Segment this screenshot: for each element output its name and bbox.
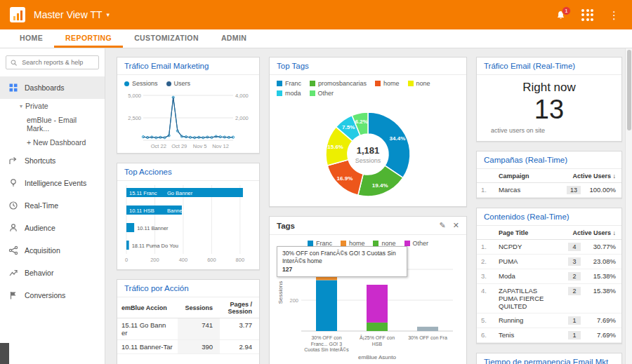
card-tags: Tags ✎ ✕ FranchomenoneOther 30% OFF con … (269, 216, 467, 364)
svg-text:2,500: 2,500 (128, 115, 141, 121)
legend-label: promosbancarias (318, 80, 367, 87)
svg-text:Nov 5: Nov 5 (193, 143, 207, 149)
notifications-button[interactable]: 1 (555, 10, 566, 20)
column-header-pages-session[interactable]: Pages / Session (220, 297, 259, 318)
legend-chip-icon (277, 81, 282, 86)
dashboard-content: Tráfico Email Marketing SessionsUsers 5,… (105, 48, 632, 364)
sidebar-item-label: + New Dashboard (27, 138, 86, 147)
search-box[interactable] (6, 55, 99, 69)
account-view-selector[interactable]: Master View TT ▾ (34, 9, 110, 20)
card-title-text: Contenidos (Real-Time) (484, 213, 570, 221)
top-acciones-bar-chart[interactable]: 020040060080015.11 FrancGo Banner10.11 H… (124, 182, 253, 267)
sidebar-item-label: Dashboards (25, 83, 65, 92)
sidebar-item-behavior[interactable]: Behavior (0, 262, 105, 284)
legend-item: Sessions (124, 80, 158, 87)
conversions-icon (8, 290, 18, 300)
svg-text:Â¡25% OFF con: Â¡25% OFF con (360, 335, 395, 340)
sidebar-item-private[interactable]: ▾ Private (0, 99, 105, 113)
svg-text:Cuotas Sin InterÃ©s: Cuotas Sin InterÃ©s (304, 346, 349, 352)
sidebar-item-emblue-dashboard[interactable]: emBlue - Email Mark... (0, 113, 105, 135)
svg-text:10.11 Banner: 10.11 Banner (137, 225, 169, 231)
acquisition-icon (8, 245, 18, 255)
apps-grid-icon[interactable] (581, 9, 593, 21)
table-row: 2. PUMA 3 23.08% (477, 254, 621, 269)
card-title: Tráfico Email (Real-Time) (477, 58, 621, 75)
primary-nav: HOME REPORTING CUSTOMIZATION ADMIN (0, 29, 632, 48)
sidebar-item-intelligence-events[interactable]: Intelligence Events (0, 172, 105, 194)
realtime-icon (8, 201, 18, 210)
accion-cell: 15.11 Go Bann er (117, 318, 178, 340)
card-trafico-por-accion: Tráfico por Acción emBlue Accion Session… (117, 279, 260, 364)
acciones-table: emBlue Accion Sessions Pages / Session 1… (117, 297, 259, 354)
legend-label: none (416, 80, 430, 87)
svg-text:Sessions: Sessions (355, 157, 381, 164)
svg-text:7.5%: 7.5% (342, 124, 355, 130)
pages-cell: 3.77 (220, 318, 259, 340)
bottom-left-dark-tab[interactable] (0, 343, 9, 364)
column-header-active-users[interactable]: Active Users ↓ (560, 226, 621, 240)
active-users-badge: 2 (568, 287, 581, 295)
legend-item: Users (166, 80, 191, 87)
legend-chip-icon (408, 81, 414, 86)
legend-label: Sessions (132, 80, 158, 87)
legend-item: moda (277, 90, 301, 97)
sidebar-item-dashboards[interactable]: Dashboards (0, 76, 105, 99)
legend-chip-icon (277, 90, 282, 96)
scrollbar-thumb[interactable] (627, 50, 631, 130)
svg-text:30% OFF con Fra: 30% OFF con Fra (408, 335, 447, 340)
svg-text:800: 800 (236, 257, 245, 263)
top-tags-donut-chart[interactable]: 34.4%19.4%16.9%15.6%7.5%6.2%1,181Session… (276, 100, 460, 203)
card-title-text: Top Tags (277, 62, 309, 70)
tab-reporting[interactable]: REPORTING (54, 29, 123, 48)
edit-widget-icon[interactable]: ✎ (440, 221, 446, 230)
column-header-campaign[interactable]: Campaign (494, 169, 560, 183)
active-users-badge: 13 (567, 186, 581, 194)
active-users-badge: 1 (568, 331, 581, 339)
tab-customization[interactable]: CUSTOMIZATION (123, 29, 210, 48)
row-index: 5. (477, 313, 494, 328)
tooltip-text: 30% OFF con FrancÃ©s GO! 3 Cuotas Sin In… (282, 250, 396, 264)
column-header-sessions[interactable]: Sessions (178, 297, 220, 318)
column-header-page-title[interactable]: Page Title (494, 226, 560, 240)
sidebar-item-real-time[interactable]: Real-Time (0, 194, 105, 217)
svg-text:4,000: 4,000 (235, 93, 249, 99)
sidebar-item-audience[interactable]: Audience (0, 217, 105, 239)
sidebar-item-conversions[interactable]: Conversions (0, 284, 105, 306)
sessions-line-chart[interactable]: 5,0002,5004,0002,000Oct 22Oct 29Nov 5Nov… (124, 90, 253, 150)
legend-chip-icon (373, 241, 378, 246)
tab-home[interactable]: HOME (8, 29, 54, 48)
campanas-table: Campaign Active Users ↓ 1. Marcas (477, 169, 621, 198)
percent-cell: 30.77% (582, 239, 621, 254)
chart-tooltip: 30% OFF con FrancÃ©s GO! 3 Cuotas Sin In… (277, 246, 407, 277)
table-row: 5. Running 1 7.69% (477, 313, 621, 328)
sessions-cell: 390 (178, 340, 220, 354)
svg-text:Sessions: Sessions (277, 281, 284, 304)
google-analytics-logo[interactable] (10, 7, 25, 22)
column-header-active-users[interactable]: Active Users ↓ (560, 169, 621, 183)
active-users-count: 13 (477, 96, 621, 124)
legend-label: Franc (285, 80, 301, 87)
table-row: 10.11 Banner-Tar 390 2.94 (117, 340, 259, 354)
tab-admin[interactable]: ADMIN (210, 29, 258, 48)
sidebar-item-label: Real-Time (25, 201, 58, 210)
close-widget-icon[interactable]: ✕ (453, 221, 459, 230)
card-title: Top Acciones (117, 163, 259, 181)
legend-item: Other (404, 240, 429, 247)
sidebar-item-shortcuts[interactable]: Shortcuts (0, 149, 105, 172)
search-input[interactable] (20, 58, 94, 67)
column-header-accion[interactable]: emBlue Accion (117, 297, 178, 318)
percent-cell: 15.38% (582, 269, 621, 283)
card-tiempo-permanencia: Tiempo de permanencia Email Mkt 00:02:56 (476, 353, 622, 364)
card-title-text: Tags (277, 222, 295, 230)
legend-chip-icon (166, 81, 171, 86)
card-trafico-email-marketing: Tráfico Email Marketing SessionsUsers 5,… (117, 57, 260, 154)
notification-badge: 1 (562, 6, 571, 15)
sidebar-item-acquisition[interactable]: Acquisition (0, 239, 105, 262)
sidebar-item-new-dashboard[interactable]: + New Dashboard (0, 135, 105, 149)
sidebar-item-label: Audience (25, 224, 55, 232)
scrollbar-track[interactable] (625, 48, 632, 364)
logo-bar (20, 11, 22, 20)
overflow-menu-icon[interactable]: ⋮ (609, 10, 619, 20)
sidebar-item-label: Shortcuts (25, 156, 55, 165)
search-icon (11, 59, 17, 67)
